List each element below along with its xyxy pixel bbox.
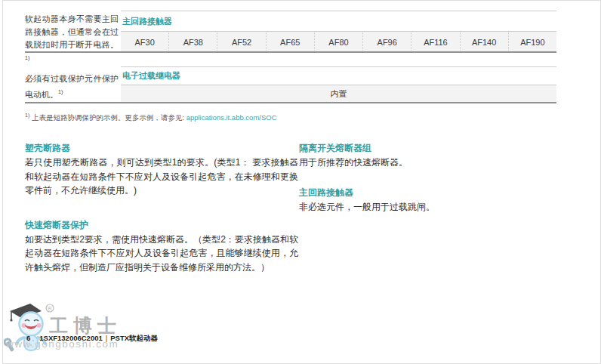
section-body: 如要达到类型2要求，需使用快速熔断器。（类型2：要求接触器和软起动器在短路条件下… [25,233,298,275]
main-contactor-table: 主回路接触器 AF30 AF38 AF52 AF65 AF80 AF96 AF1… [121,11,556,52]
table-cell: AF96 [362,32,411,52]
page-footer: 6 1SXF132006C2001 | PSTX软起动器 [26,334,158,344]
footnote-marker: 1) [58,89,63,94]
section-title: 塑壳断路器 [25,142,298,154]
left-column: 塑壳断路器 若只使用塑壳断路器，则可达到类型1的要求。(类型1： 要求接触器和软… [25,142,298,291]
table-cell: AF30 [121,32,168,52]
footer-separator: | [106,334,107,342]
footnote-marker: 1) [25,113,29,118]
right-column: 隔离开关熔断器组 用于所推荐的快速熔断器。 主回路接触器 非必选元件，一般用于过… [299,142,572,230]
document-code: 1SXF132006C2001 [39,334,102,342]
row1-description: 软起动器本身不需要主回路接触器，但通常会在过载脱扣时用于断开电路。1) [25,13,119,67]
section-title: 快速熔断器保护 [25,219,298,231]
overload-relay-table-row: 内置 [121,85,556,103]
divider-rule [25,51,556,53]
section-body: 用于所推荐的快速熔断器。 [299,156,572,170]
section-title: 主回路接触器 [299,187,572,199]
overload-relay-table: 电子过载继电器 内置 [121,66,556,103]
soc-link[interactable]: applications.it.abb.com/SOC [186,113,277,122]
section-body: 非必选元件，一般用于过载跳闸。 [299,200,572,214]
main-contactor-table-header: 主回路接触器 [121,11,556,32]
main-contactor-table-row: AF30 AF38 AF52 AF65 AF80 AF96 AF116 AF14… [121,32,556,52]
overload-relay-table-header: 电子过载继电器 [121,66,556,85]
table-cell: AF140 [460,32,508,52]
table-cell: AF116 [411,32,459,52]
row2-description: 必须有过载保护元件保护电动机。1) [25,72,119,101]
section-switch-fuse-group: 隔离开关熔断器组 用于所推荐的快速熔断器。 [299,142,572,170]
section-main-contactor: 主回路接触器 非必选元件，一般用于过载跳闸。 [299,187,572,214]
table-cell: 内置 [121,85,556,103]
section-title: 隔离开关熔断器组 [299,142,572,154]
divider-rule [25,102,556,103]
footnote-text: 上表是短路协调保护的示例。更多示例，请参见: [32,113,186,122]
section-fast-fuse-protection: 快速熔断器保护 如要达到类型2要求，需使用快速熔断器。（类型2：要求接触器和软起… [25,219,298,275]
footnote-marker: 1) [25,55,29,60]
section-body: 若只使用塑壳断路器，则可达到类型1的要求。(类型1： 要求接触器和软起动器在短路… [25,156,298,198]
table-cell: AF80 [314,32,362,52]
svg-text:R: R [48,306,51,311]
section-molded-case-breaker: 塑壳断路器 若只使用塑壳断路器，则可达到类型1的要求。(类型1： 要求接触器和软… [25,142,298,198]
page-number: 6 [26,334,30,342]
table-cell: AF52 [217,32,265,52]
table-cell: AF190 [508,32,556,52]
table-cell: AF65 [266,32,314,52]
gongboshi-watermark: R 工博士 www.gongboshi.com [4,301,177,356]
footnote: 1) 上表是短路协调保护的示例。更多示例，请参见: applications.i… [25,113,277,123]
product-name: PSTX软起动器 [110,334,158,344]
table-cell: AF38 [168,32,217,52]
